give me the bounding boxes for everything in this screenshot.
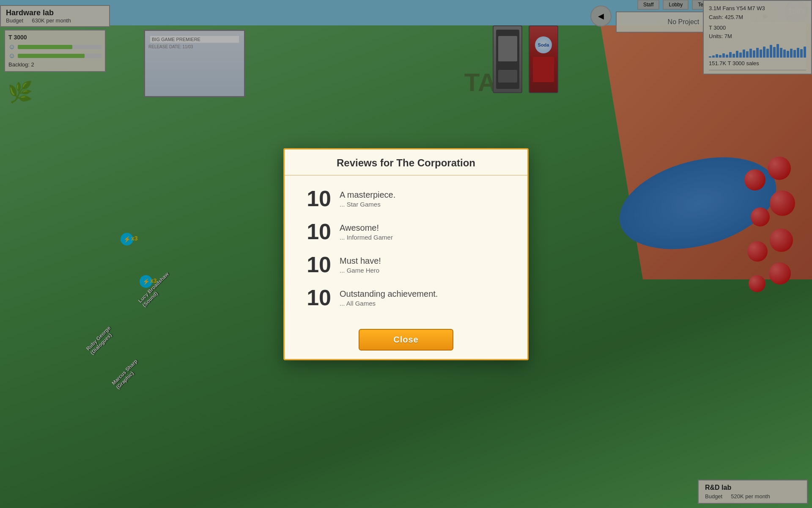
review-source-2: ... Game Hero — [340, 267, 381, 274]
review-text-3: Outstanding achievement. ... All Games — [340, 287, 438, 307]
modal-dialog: Reviews for The Corporation 10 A masterp… — [283, 148, 529, 360]
modal-overlay: Reviews for The Corporation 10 A masterp… — [0, 0, 812, 508]
review-row-1: 10 Awesome! ... Informed Gamer — [302, 217, 510, 246]
modal-body: 10 A masterpiece. ... Star Games 10 Awes… — [285, 176, 527, 320]
review-score-3: 10 — [302, 287, 331, 309]
review-quote-0: A masterpiece. — [340, 190, 395, 200]
review-text-1: Awesome! ... Informed Gamer — [340, 221, 393, 241]
review-score-1: 10 — [302, 221, 331, 243]
review-row-2: 10 Must have! ... Game Hero — [302, 250, 510, 279]
review-row-0: 10 A masterpiece. ... Star Games — [302, 184, 510, 213]
review-source-1: ... Informed Gamer — [340, 234, 393, 241]
review-source-0: ... Star Games — [340, 201, 395, 208]
modal-title: Reviews for The Corporation — [293, 157, 519, 169]
modal-footer: Close — [285, 320, 527, 359]
close-button[interactable]: Close — [359, 329, 453, 351]
review-quote-2: Must have! — [340, 256, 381, 266]
review-text-0: A masterpiece. ... Star Games — [340, 188, 395, 208]
review-quote-1: Awesome! — [340, 223, 393, 233]
review-row-3: 10 Outstanding achievement. ... All Game… — [302, 283, 510, 312]
review-score-2: 10 — [302, 254, 331, 276]
review-quote-3: Outstanding achievement. — [340, 289, 438, 299]
review-score-0: 10 — [302, 188, 331, 210]
modal-header: Reviews for The Corporation — [285, 149, 527, 176]
review-text-2: Must have! ... Game Hero — [340, 254, 381, 274]
review-source-3: ... All Games — [340, 300, 438, 307]
